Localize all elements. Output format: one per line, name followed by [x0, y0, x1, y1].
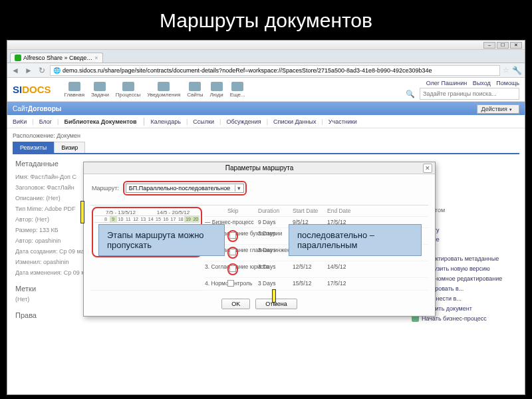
- document-tabs: Ревизиты Визир: [7, 139, 525, 153]
- slide-title: Маршруты документов: [0, 0, 532, 39]
- column-header: End Date: [326, 205, 428, 217]
- toolbar-icon: [231, 82, 243, 91]
- column-header: Duration: [257, 205, 291, 217]
- route-select-highlight: БП.Параллельно-последовательное: [123, 181, 247, 196]
- nav-link[interactable]: ВиКи: [13, 118, 27, 125]
- maximize-button[interactable]: ☐: [497, 42, 509, 49]
- nav-link[interactable]: Блог: [39, 118, 52, 125]
- browser-tabbar: Alfresco Share » Сведе… ×: [7, 50, 525, 63]
- tab-visa[interactable]: Визир: [54, 142, 85, 153]
- toolbar-icon: [68, 82, 80, 91]
- logo-part2: DOCS: [22, 84, 51, 95]
- toolbar-item[interactable]: Еще...: [230, 82, 245, 98]
- toolbar-item[interactable]: Задачи: [91, 82, 109, 98]
- site-prefix: Сайт: [13, 105, 28, 112]
- stage-skip[interactable]: [226, 217, 257, 228]
- stage-dur: 9 Days: [257, 217, 291, 228]
- app-content: SIDOCS ГлавнаяЗадачиПроцессыУведомленияС…: [7, 78, 525, 394]
- tab-close-icon[interactable]: ×: [94, 55, 98, 61]
- logout-link[interactable]: Выход: [473, 80, 491, 86]
- tab-title: Alfresco Share » Сведе…: [23, 55, 92, 61]
- stage-dur: 3 Days: [257, 245, 291, 261]
- column-header: Skip: [226, 205, 257, 217]
- main-toolbar: ГлавнаяЗадачиПроцессыУведомленияСайтыЛюд…: [65, 82, 245, 98]
- app-header: SIDOCS ГлавнаяЗадачиПроцессыУведомленияС…: [7, 78, 525, 102]
- site-actions-button[interactable]: Действия: [477, 104, 519, 114]
- reload-button[interactable]: ↻: [37, 65, 47, 76]
- dialog-title: Параметры маршрута ✕: [84, 162, 435, 174]
- back-button[interactable]: ◄: [10, 65, 21, 76]
- toolbar-item[interactable]: Сайты: [187, 82, 203, 98]
- site-bar: Сайт Договоры Действия: [7, 102, 525, 115]
- nav-link[interactable]: Календарь: [151, 118, 181, 125]
- stage-sd: 15/5/12: [291, 278, 326, 291]
- browser-tab[interactable]: Alfresco Share » Сведе… ×: [10, 53, 103, 63]
- site-nav: ВиКи|Блог|Библиотека ДокументовКалендарь…: [7, 115, 525, 128]
- route-selector-row: Маршрут: БП.Параллельно-последовательное: [84, 174, 435, 202]
- user-name[interactable]: Олег Пашинин: [426, 80, 467, 86]
- nav-link[interactable]: Списки Данных: [273, 118, 316, 125]
- toolbar-item[interactable]: Главная: [65, 82, 84, 98]
- search-input[interactable]: [420, 88, 519, 100]
- route-label: Маршрут:: [92, 185, 119, 192]
- toolbar-icon: [122, 82, 134, 91]
- toolbar-icon: [158, 82, 170, 91]
- url-field[interactable]: 🌐 demo.sidocs.ru/share/page/site/contrac…: [50, 65, 500, 76]
- site-name: Договоры: [28, 105, 61, 112]
- toolbar-icon: [211, 82, 223, 91]
- toolbar-item[interactable]: Люди: [209, 82, 223, 98]
- toolbar-item[interactable]: Процессы: [116, 82, 140, 98]
- callout-skip-stages: Этапы маршрута можно пропускать: [98, 224, 225, 256]
- nav-link[interactable]: Ссылки: [193, 118, 214, 125]
- logo-part1: SI: [13, 84, 22, 95]
- breadcrumb: Расположение: Докумен: [7, 128, 525, 139]
- column-header: [203, 205, 226, 217]
- settings-icon[interactable]: 🔧: [512, 66, 522, 75]
- toolbar-item[interactable]: Уведомления: [147, 82, 180, 98]
- nav-link[interactable]: Участники: [329, 118, 357, 125]
- stage-skip[interactable]: [226, 278, 257, 291]
- close-button[interactable]: ✕: [510, 42, 522, 49]
- stage-dur: 3 Days: [257, 261, 291, 278]
- toolbar-icon: [189, 82, 201, 91]
- favicon-icon: [15, 55, 21, 61]
- stage-ed: 17/5/12: [326, 278, 428, 291]
- stage-skip[interactable]: [226, 245, 257, 261]
- route-dropdown[interactable]: БП.Параллельно-последовательное: [126, 184, 244, 193]
- stage-ed: 14/5/12: [326, 261, 428, 278]
- browser-window: – ☐ ✕ Alfresco Share » Сведе… × ◄ ► ↻ 🌐 …: [7, 40, 525, 395]
- tab-requisites[interactable]: Ревизиты: [13, 142, 54, 153]
- window-titlebar: – ☐ ✕: [7, 41, 525, 50]
- callout-sequential-parallel: последовательно – параллельным: [289, 224, 422, 256]
- forward-button[interactable]: ►: [23, 65, 34, 76]
- stage-sd: 12/5/12: [291, 261, 326, 278]
- bookmark-icon[interactable]: ☆: [503, 66, 509, 74]
- stage-name: 4. Нормоконтроль: [203, 278, 226, 291]
- stage-name: 3. Согласование юриста: [203, 261, 226, 278]
- search-icon[interactable]: 🔍: [405, 88, 416, 99]
- ok-button[interactable]: OK: [221, 299, 250, 309]
- annotation-pointer-1: [80, 201, 84, 223]
- toolbar-icon: [94, 82, 106, 91]
- nav-link[interactable]: Обсуждения: [226, 118, 261, 125]
- stage-skip[interactable]: [226, 261, 257, 278]
- globe-icon: 🌐: [53, 67, 61, 74]
- address-bar: ◄ ► ↻ 🌐 demo.sidocs.ru/share/page/site/c…: [7, 63, 525, 78]
- dialog-footer: OK Отмена: [84, 293, 435, 316]
- nav-link[interactable]: Библиотека Документов: [64, 118, 136, 125]
- stage-skip[interactable]: [226, 228, 257, 245]
- stage-dur: 3 Days: [257, 228, 291, 245]
- dialog-close-button[interactable]: ✕: [423, 164, 432, 173]
- annotation-pointer-2: [272, 289, 276, 303]
- column-header: Start Date: [291, 205, 326, 217]
- url-text: demo.sidocs.ru/share/page/site/contracts…: [63, 67, 432, 74]
- help-link[interactable]: Помощь: [496, 80, 519, 86]
- user-block: Олег Пашинин Выход Помощь 🔍: [405, 80, 519, 100]
- cancel-button[interactable]: Отмена: [255, 299, 297, 309]
- logo: SIDOCS: [13, 84, 51, 95]
- minimize-button[interactable]: –: [483, 42, 495, 49]
